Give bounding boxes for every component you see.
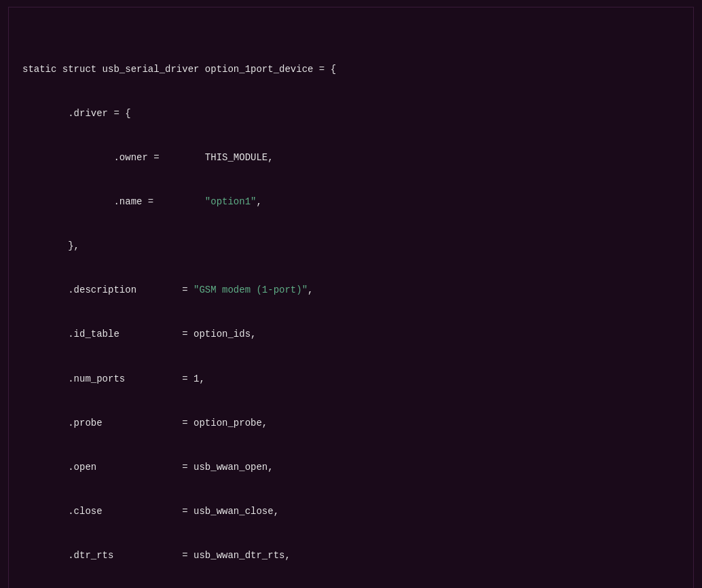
code-line-3: .owner = THIS_MODULE,: [22, 151, 680, 166]
code-line-5: },: [22, 239, 680, 254]
code-line-6: .description = "GSM modem (1-port)",: [22, 283, 680, 298]
code-line-1: static struct usb_serial_driver option_1…: [22, 62, 680, 77]
code-line-2: .driver = {: [22, 107, 680, 122]
code-line-12: .dtr_rts = usb_wwan_dtr_rts,: [22, 549, 680, 564]
code-line-10: .open = usb_wwan_open,: [22, 460, 680, 475]
code-block: static struct usb_serial_driver option_1…: [22, 18, 680, 588]
code-line-7: .id_table = option_ids,: [22, 327, 680, 342]
code-container: static struct usb_serial_driver option_1…: [8, 7, 694, 588]
code-line-11: .close = usb_wwan_close,: [22, 504, 680, 519]
code-line-9: .probe = option_probe,: [22, 416, 680, 431]
code-line-8: .num_ports = 1,: [22, 372, 680, 387]
code-line-4: .name = "option1",: [22, 195, 680, 210]
